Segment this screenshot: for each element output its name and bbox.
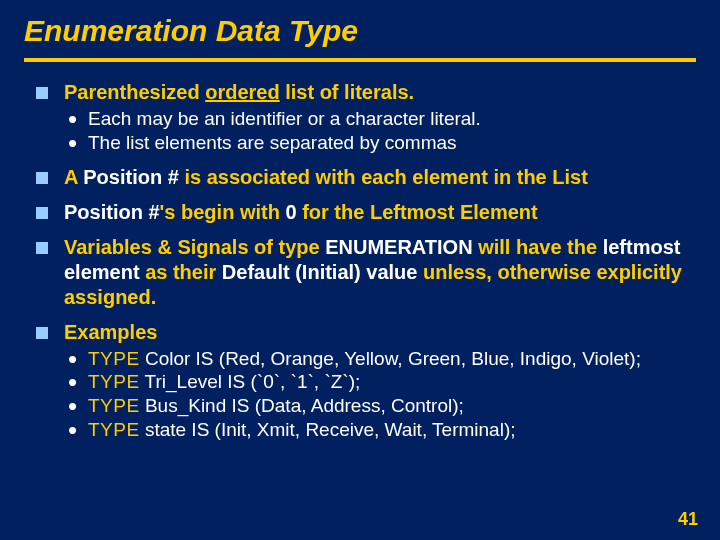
example: TYPE state IS (Init, Xmit, Receive, Wait… [68, 418, 696, 442]
keyword: TYPE [88, 419, 140, 440]
sub-bullet: The list elements are separated by comma… [68, 131, 696, 155]
example: TYPE Tri_Level IS (`0`, `1`, `Z`); [68, 370, 696, 394]
examples-list: TYPE Color IS (Red, Orange, Yellow, Gree… [64, 347, 696, 442]
sub-bullet: Each may be an identifier or a character… [68, 107, 696, 131]
bullet-3: Position #'s begin with 0 for the Leftmo… [34, 200, 696, 225]
keyword: TYPE [88, 371, 140, 392]
text: will have the [473, 236, 603, 258]
sub-list: Each may be an identifier or a character… [64, 107, 696, 155]
slide-content: Parenthesized ordered list of literals. … [24, 80, 696, 442]
text: Examples [64, 321, 157, 343]
bullet-1: Parenthesized ordered list of literals. … [34, 80, 696, 155]
text-highlight: Default (Initial) value [222, 261, 418, 283]
example: TYPE Color IS (Red, Orange, Yellow, Gree… [68, 347, 696, 371]
text-highlight: Position # [64, 201, 160, 223]
text-highlight: Position # [83, 166, 179, 188]
keyword: TYPE [88, 395, 140, 416]
text: is associated with each element in the L… [179, 166, 588, 188]
text: 's begin with [160, 201, 286, 223]
text: for the Leftmost Element [297, 201, 538, 223]
bullet-4: Variables & Signals of type ENUMERATION … [34, 235, 696, 310]
bullet-5: Examples TYPE Color IS (Red, Orange, Yel… [34, 320, 696, 442]
slide: Enumeration Data Type Parenthesized orde… [0, 0, 720, 540]
example-body: Bus_Kind IS (Data, Address, Control); [140, 395, 464, 416]
text-highlight: ENUMERATION [325, 236, 472, 258]
text: Variables & Signals of type [64, 236, 325, 258]
slide-title: Enumeration Data Type [24, 10, 696, 58]
example: TYPE Bus_Kind IS (Data, Address, Control… [68, 394, 696, 418]
title-rule [24, 58, 696, 62]
text-underlined: ordered [205, 81, 279, 103]
text: list of literals. [280, 81, 414, 103]
bullet-2: A Position # is associated with each ele… [34, 165, 696, 190]
bullet-list: Parenthesized ordered list of literals. … [34, 80, 696, 442]
text: as their [140, 261, 222, 283]
page-number: 41 [678, 509, 698, 530]
text-highlight: 0 [285, 201, 296, 223]
keyword: TYPE [88, 348, 140, 369]
example-body: state IS (Init, Xmit, Receive, Wait, Ter… [140, 419, 516, 440]
example-body: Tri_Level IS (`0`, `1`, `Z`); [140, 371, 361, 392]
text: A [64, 166, 83, 188]
example-body: Color IS (Red, Orange, Yellow, Green, Bl… [140, 348, 641, 369]
text: Parenthesized [64, 81, 205, 103]
